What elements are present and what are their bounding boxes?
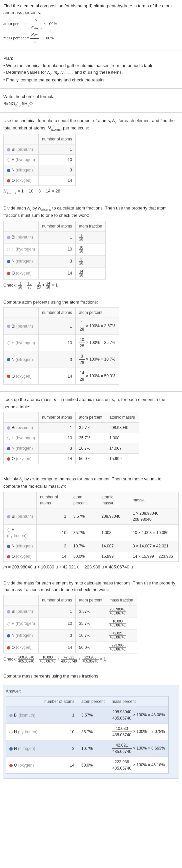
element-dot-icon — [7, 341, 10, 345]
element-dot-icon — [7, 375, 10, 378]
element-dot-icon — [9, 714, 13, 717]
answer-title: Answer: — [6, 688, 176, 694]
element-dot-icon — [9, 764, 13, 767]
element-dot-icon — [7, 545, 10, 548]
table-row: Bi (bismuth)13.57%208.98040485.06740 — [4, 606, 137, 618]
table-row: Bi (bismuth)13.57%208.980401 × 208.98040… — [4, 508, 179, 524]
divider — [0, 575, 182, 575]
element-dot-icon — [7, 622, 10, 625]
element-dot-icon — [7, 179, 10, 183]
fraction: NiNatoms — [30, 17, 42, 31]
atomfrac-text: Divide each Ni by Natoms to calculate at… — [3, 205, 179, 218]
element-dot-icon — [7, 426, 10, 430]
divider — [0, 668, 182, 668]
table-row: H (hydrogen)1035.7%1.008 — [4, 433, 139, 443]
atomfrac-table: number of atomsatom fraction Bi (bismuth… — [3, 221, 106, 280]
intro-section: Find the elemental composition for bismu… — [0, 0, 182, 48]
table-row: O (oxygen)1450.0%223.986485.06740 — [4, 642, 137, 653]
table-row: Bi (bismuth)1128 × 100% = 3.57% — [4, 318, 119, 335]
table-row: N (nitrogen)3328 — [4, 255, 106, 267]
atompct-section: Compute atom percents using the atom fra… — [0, 296, 182, 390]
atompct-table: number of atomsatom percent Bi (bismuth)… — [3, 307, 119, 384]
element-dot-icon — [7, 646, 10, 650]
element-dot-icon — [7, 610, 10, 614]
element-dot-icon — [7, 272, 10, 275]
massfrac-table: number of atomsatom percentmass fraction… — [3, 595, 137, 653]
plan-item: • Determine values for Ni, mi, Natoms an… — [3, 69, 179, 76]
plan-item: • Write the chemical formula and gather … — [3, 62, 179, 69]
intro-text: Find the elemental composition for bismu… — [3, 3, 179, 16]
divider — [0, 471, 182, 471]
table-row: N (nitrogen)3328 × 100% = 10.7% — [4, 351, 119, 368]
atomfrac-check: Check: 128 + 1028 + 328 + 1428 = 1 — [3, 282, 179, 289]
masspct-intro: Compute mass percents using the mass fra… — [0, 670, 182, 682]
table-row: O (oxygen)14 — [4, 176, 76, 186]
element-dot-icon — [7, 555, 10, 558]
formula-section: Write the chemical formula: Bi(NO3)3·5H2… — [0, 91, 182, 111]
atomicmass-table: number of atomsatom percentatomic mass/u… — [3, 412, 139, 464]
divider — [0, 200, 182, 200]
atomicmass-text: Look up the atomic mass, mi, in unified … — [3, 396, 179, 410]
massfrac-check: Check: 208.98040485.06740 + 10.080485.06… — [3, 655, 179, 663]
plan-item: • Finally, compute the percents and chec… — [3, 77, 179, 84]
table-row: H (hydrogen)1035.7%10.080485.06740 × 100… — [6, 723, 169, 740]
table-row: N (nitrogen)310.7%14.007 — [4, 443, 139, 454]
table-row: N (nitrogen)3 — [4, 165, 76, 176]
atomfrac-section: Divide each Ni by Natoms to calculate at… — [0, 202, 182, 291]
element-dot-icon — [7, 260, 10, 263]
element-dot-icon — [7, 158, 10, 162]
count-text: Use the chemical formula to count the nu… — [3, 117, 179, 132]
table-row: O (oxygen)1450.0%15.99914 × 15.999 = 223… — [4, 551, 179, 561]
table-row: Bi (bismuth)1 — [4, 145, 76, 155]
table-row: N (nitrogen)310.7%42.021485.06740 — [4, 629, 137, 642]
massfrac-text: Divide the mass for each element by m to… — [3, 580, 179, 593]
table-row: H (hydrogen)101028 × 100% = 35.7% — [4, 335, 119, 351]
table-row: O (oxygen)141428 × 100% = 50.0% — [4, 368, 119, 384]
element-dot-icon — [7, 358, 10, 361]
table-row: N (nitrogen)310.7%42.021485.06740 × 100%… — [6, 740, 169, 757]
molarmass-table: number of atomsatom percentatomic mass/u… — [3, 492, 179, 562]
element-dot-icon — [7, 515, 10, 518]
element-dot-icon — [7, 169, 10, 172]
element-dot-icon — [7, 437, 10, 440]
table-row: O (oxygen)141428 — [4, 267, 106, 279]
element-dot-icon — [7, 528, 10, 532]
table-row: Bi (bismuth)13.57%208.98040 — [4, 423, 139, 433]
answer-table: number of atomsatom percentmass percent … — [6, 696, 169, 774]
count-table: number of atoms Bi (bismuth)1 H (hydroge… — [3, 134, 76, 186]
element-dot-icon — [9, 747, 13, 751]
atom-percent-formula: atom percent = NiNatoms × 100% — [3, 17, 179, 31]
table-row: O (oxygen)1450.0%15.999 — [4, 454, 139, 464]
massfrac-section: Divide the mass for each element by m to… — [0, 577, 182, 666]
divider — [0, 294, 182, 294]
table-row: H (hydrogen)101028 — [4, 243, 106, 255]
atompct-text: Compute atom percents using the atom fra… — [3, 299, 179, 306]
fraction: Nimim — [30, 32, 39, 45]
element-dot-icon — [7, 457, 10, 461]
mass-percent-formula: mass percent = Nimim × 100% — [3, 32, 179, 45]
table-row: N (nitrogen)310.7%14.0073 × 14.007 = 42.… — [4, 541, 179, 551]
element-dot-icon — [9, 731, 13, 734]
plan-section: Plan: • Write the chemical formula and g… — [0, 52, 182, 86]
molarmass-section: Multiply Ni by mi to compute the mass fo… — [0, 473, 182, 573]
table-row: Bi (bismuth)1128 — [4, 231, 106, 243]
count-section: Use the chemical formula to count the nu… — [0, 115, 182, 198]
table-row: Bi (bismuth)13.57%208.98040485.06740 × 1… — [6, 707, 169, 723]
divider — [0, 391, 182, 392]
table-row: H (hydrogen)10 — [4, 155, 76, 165]
count-total: Natoms = 1 + 10 + 3 + 14 = 28 — [3, 188, 179, 195]
mass-percent-label: mass percent — [3, 35, 26, 40]
divider — [0, 113, 182, 113]
element-dot-icon — [7, 248, 10, 251]
element-dot-icon — [7, 634, 10, 638]
chemical-formula: Bi(NO3)3·5H2O — [3, 100, 179, 108]
molarmass-total: m = 208.98040 u + 10.080 u + 42.021 u + … — [3, 564, 179, 570]
plan-title: Plan: — [3, 55, 179, 62]
table-row: O (oxygen)1450.0%223.986485.06740 × 100%… — [6, 757, 169, 774]
element-dot-icon — [7, 447, 10, 451]
molarmass-text: Multiply Ni by mi to compute the mass fo… — [3, 476, 179, 489]
element-dot-icon — [7, 236, 10, 239]
atomicmass-section: Look up the atomic mass, mi, in unified … — [0, 394, 182, 469]
element-dot-icon — [7, 148, 10, 151]
divider — [0, 88, 182, 89]
